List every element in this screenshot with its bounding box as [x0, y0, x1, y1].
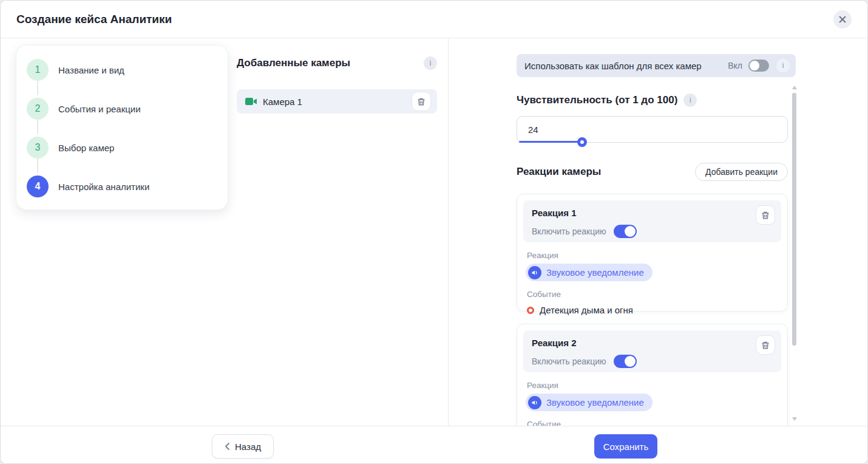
reaction-field-label: Реакция — [527, 381, 781, 390]
event-row: Детекция дыма и огня — [527, 305, 781, 315]
info-icon[interactable]: i — [424, 56, 437, 70]
reaction-field-label: Реакция — [527, 251, 781, 260]
chevron-left-icon — [225, 442, 230, 451]
camera-list-item[interactable]: Камера 1 — [237, 89, 437, 114]
step-label: События и реакции — [58, 104, 141, 114]
dialog-header: Создание кейса Аналитики — [1, 1, 867, 38]
speaker-icon — [528, 396, 541, 409]
use-as-template-toggle[interactable] — [748, 60, 769, 72]
page-title: Создание кейса Аналитики — [16, 13, 172, 26]
step-camera-selection[interactable]: 3 Выбор камер — [27, 137, 114, 159]
stepper: 1 Название и вид 2 События и реакции 3 В… — [16, 45, 228, 210]
enable-reaction-toggle[interactable] — [614, 355, 637, 368]
reaction-title: Реакция 2 — [532, 338, 773, 348]
reaction-card: Реакция 1 Включить реакцию Реакция — [517, 194, 788, 312]
trash-icon — [761, 341, 770, 350]
step-number-badge: 1 — [27, 59, 49, 81]
step-analytics-settings[interactable]: 4 Настройка аналитики — [27, 176, 149, 197]
reaction-card: Реакция 2 Включить реакцию Реакция — [517, 324, 788, 426]
dialog-footer: Назад Сохранить — [1, 426, 868, 464]
back-button-label: Назад — [235, 442, 261, 452]
info-icon[interactable]: i — [683, 94, 697, 107]
sensitivity-value: 24 — [528, 125, 538, 135]
delete-camera-button[interactable] — [412, 92, 431, 111]
sensitivity-title: Чувствительность (от 1 до 100) — [517, 94, 677, 106]
right-panel-scrollbar[interactable] — [792, 86, 797, 426]
back-button[interactable]: Назад — [212, 434, 274, 459]
sensitivity-slider-handle[interactable] — [577, 137, 587, 147]
step-connector — [37, 120, 38, 134]
save-button[interactable]: Сохранить — [594, 434, 657, 459]
step-connector — [37, 81, 38, 95]
added-cameras-title: Добавленные камеры — [237, 57, 350, 69]
event-name: Детекция дыма и огня — [540, 305, 633, 315]
step-number-badge: 4 — [27, 176, 49, 197]
sensitivity-slider-track[interactable] — [519, 141, 582, 143]
scroll-down-icon[interactable] — [792, 417, 797, 421]
camera-reactions-title: Реакции камеры — [517, 166, 601, 178]
reaction-chip[interactable]: Звуковое уведомление — [526, 394, 653, 411]
step-name-and-type[interactable]: 1 Название и вид — [27, 59, 124, 81]
event-field-label: Событие — [527, 420, 781, 426]
toggle-state-label: Вкл — [728, 61, 742, 70]
info-icon[interactable]: i — [776, 59, 790, 72]
close-button[interactable] — [833, 10, 852, 29]
step-events-and-reactions[interactable]: 2 События и реакции — [27, 98, 141, 120]
step-label: Название и вид — [58, 65, 124, 75]
reaction-chip-label: Звуковое уведомление — [546, 397, 644, 408]
step-number-badge: 3 — [27, 137, 49, 159]
trash-icon — [761, 211, 770, 220]
scrollbar-thumb[interactable] — [792, 93, 796, 346]
reaction-title: Реакция 1 — [532, 208, 773, 218]
create-analytics-case-dialog: Создание кейса Аналитики 1 Название и ви… — [0, 0, 868, 464]
delete-reaction-button[interactable] — [756, 335, 775, 355]
camera-name: Камера 1 — [263, 97, 302, 107]
step-connector — [37, 159, 38, 173]
delete-reaction-button[interactable] — [756, 205, 775, 225]
close-icon — [838, 15, 847, 24]
step-label: Выбор камер — [58, 143, 114, 153]
step-label: Настройка аналитики — [58, 182, 149, 192]
enable-reaction-label: Включить реакцию — [532, 357, 606, 366]
reaction-chip[interactable]: Звуковое уведомление — [526, 264, 653, 281]
analytics-settings-panel: Использовать как шаблон для всех камер В… — [517, 38, 802, 426]
step-number-badge: 2 — [27, 98, 49, 120]
added-cameras-panel: Добавленные камеры i Камера 1 — [237, 56, 437, 114]
speaker-icon — [528, 266, 541, 279]
trash-icon — [417, 97, 426, 106]
column-divider — [448, 38, 449, 426]
reaction-chip-label: Звуковое уведомление — [546, 267, 644, 278]
camera-icon — [245, 97, 257, 106]
sensitivity-input[interactable]: 24 — [517, 116, 788, 143]
use-as-template-row: Использовать как шаблон для всех камер В… — [517, 54, 796, 77]
event-ring-icon — [527, 307, 534, 314]
enable-reaction-toggle[interactable] — [614, 225, 637, 238]
enable-reaction-label: Включить реакцию — [532, 227, 606, 236]
dialog-body: 1 Название и вид 2 События и реакции 3 В… — [1, 38, 868, 426]
scroll-up-icon[interactable] — [792, 86, 797, 89]
add-reactions-button[interactable]: Добавить реакции — [695, 163, 788, 181]
event-field-label: Событие — [527, 290, 781, 299]
use-as-template-label: Использовать как шаблон для всех камер — [524, 61, 728, 71]
